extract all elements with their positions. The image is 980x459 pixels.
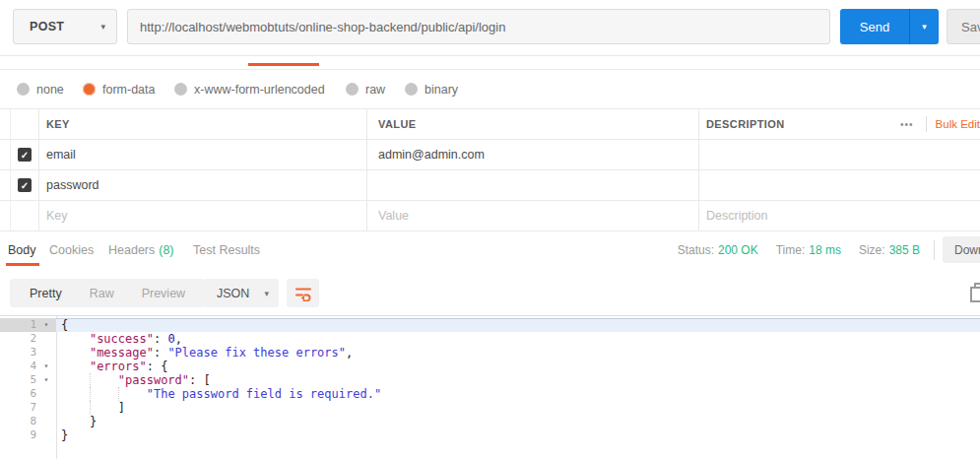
url-input[interactable] <box>127 9 830 44</box>
size-label: Size: <box>859 243 885 257</box>
code-line: 3 "message": "Please fix these errors", <box>0 346 980 360</box>
postman-window: POST ▾ Send ▾ Save none form-data x-www-… <box>0 0 980 459</box>
method-select[interactable]: POST ▾ <box>13 9 117 44</box>
table-row: ✓ email admin@admin.com <box>0 140 980 170</box>
fold-caret-icon[interactable]: ▾ <box>36 373 56 387</box>
code-line: 8 } <box>0 415 980 428</box>
response-view-toolbar: Pretty Raw Preview JSON ▾ <box>0 266 980 314</box>
key-cell[interactable]: password <box>39 170 367 200</box>
body-mode-form-data[interactable]: form-data <box>83 70 156 108</box>
download-button[interactable]: Download <box>943 236 980 263</box>
send-options-caret-icon[interactable]: ▾ <box>909 9 939 44</box>
body-mode-raw[interactable]: raw <box>346 70 385 108</box>
description-cell[interactable] <box>699 140 980 169</box>
radio-icon <box>17 83 30 96</box>
active-tab-underline <box>248 63 319 66</box>
key-cell[interactable]: email <box>39 140 367 169</box>
fold-caret-icon[interactable]: ▾ <box>36 318 56 332</box>
indent-guide <box>118 387 119 401</box>
select-column-header <box>11 109 39 139</box>
code-line: 9} <box>0 428 980 442</box>
response-tabs-bar: Body Cookies Headers (8) Test Results St… <box>0 233 980 267</box>
radio-icon <box>346 83 359 96</box>
line-number: 4 <box>0 360 36 373</box>
value-cell[interactable] <box>367 170 699 200</box>
code-line: 5▾ "password": [ <box>0 373 980 387</box>
headers-count-badge: (8) <box>159 243 173 257</box>
format-select[interactable]: JSON ▾ <box>204 279 279 307</box>
fold-caret-icon[interactable]: ▾ <box>36 360 56 373</box>
tab-headers[interactable]: Headers (8) <box>108 233 174 266</box>
line-number: 6 <box>0 387 36 401</box>
value-column-header: VALUE <box>367 109 699 139</box>
line-number: 7 <box>0 401 36 415</box>
line-number: 9 <box>0 428 36 442</box>
tab-body[interactable]: Body <box>8 233 36 266</box>
view-pretty[interactable]: Pretty <box>16 287 76 300</box>
radio-label: none <box>36 83 64 97</box>
view-raw[interactable]: Raw <box>76 287 128 300</box>
wrap-text-icon <box>294 286 312 301</box>
view-mode-group: Pretty Raw Preview <box>10 279 205 307</box>
key-column-header: KEY <box>39 109 367 139</box>
line-number: 3 <box>0 346 36 360</box>
fold-gutter <box>36 346 56 360</box>
code-text: "errors": { <box>56 360 980 373</box>
description-cell[interactable] <box>699 170 980 200</box>
table-header-row: KEY VALUE DESCRIPTION ••• Bulk Edit <box>0 109 980 140</box>
fold-gutter <box>36 428 56 442</box>
code-text: ] <box>56 401 980 415</box>
time-value: 18 ms <box>809 243 841 257</box>
radio-icon <box>405 83 418 96</box>
code-line: 6 "The password field is required." <box>0 387 980 401</box>
view-preview[interactable]: Preview <box>128 287 199 300</box>
description-column-header: DESCRIPTION ••• Bulk Edit <box>699 109 980 139</box>
more-options-icon[interactable]: ••• <box>900 119 914 130</box>
indent-guide <box>90 387 91 401</box>
size-value: 385 B <box>889 243 920 257</box>
tab-test-results[interactable]: Test Results <box>193 233 260 266</box>
tab-cookies[interactable]: Cookies <box>49 233 94 266</box>
send-button[interactable]: Send <box>840 9 909 44</box>
code-line: 7 ] <box>0 401 980 415</box>
bulk-edit-link[interactable]: Bulk Edit <box>936 118 980 130</box>
row-checkbox-checked[interactable]: ✓ <box>18 148 32 162</box>
body-mode-selector: none form-data x-www-form-urlencoded raw… <box>0 70 980 108</box>
divider <box>926 116 927 132</box>
description-cell-placeholder[interactable]: Description <box>699 201 980 230</box>
drag-handle-column <box>0 109 11 139</box>
chevron-down-icon: ▾ <box>100 22 105 32</box>
table-new-row: Key Value Description <box>0 201 980 231</box>
radio-label: raw <box>365 83 385 97</box>
radio-label: binary <box>425 83 458 97</box>
header-tools: ••• Bulk Edit <box>900 109 980 139</box>
body-mode-binary[interactable]: binary <box>405 70 458 108</box>
status-label: Status: <box>678 243 714 257</box>
save-button[interactable]: Save <box>947 9 980 44</box>
code-text: } <box>56 415 980 428</box>
value-cell-placeholder[interactable]: Value <box>367 201 699 230</box>
time-label: Time: <box>776 243 806 257</box>
code-text: "success": 0, <box>56 332 980 346</box>
body-mode-none[interactable]: none <box>17 70 64 108</box>
row-checkbox-checked[interactable]: ✓ <box>18 178 32 192</box>
line-number: 1 <box>0 318 36 332</box>
code-text: "The password field is required." <box>56 387 980 401</box>
radio-label: form-data <box>102 83 156 97</box>
radio-icon <box>174 83 187 96</box>
wrap-text-button[interactable] <box>287 279 319 307</box>
fold-gutter <box>36 332 56 346</box>
request-bar: POST ▾ Send ▾ Save <box>0 0 980 56</box>
fold-gutter <box>36 387 56 401</box>
code-line: 2 "success": 0, <box>0 332 980 346</box>
key-cell-placeholder[interactable]: Key <box>39 201 367 230</box>
response-meta: Status: 200 OK Time: 18 ms Size: 385 B <box>678 233 920 266</box>
line-number: 2 <box>0 332 36 346</box>
value-cell[interactable]: admin@admin.com <box>367 140 699 169</box>
copy-icon[interactable] <box>970 283 980 299</box>
body-mode-urlencoded[interactable]: x-www-form-urlencoded <box>174 70 325 108</box>
response-body-editor: 1▾{2 "success": 0,3 "message": "Please f… <box>0 315 980 459</box>
code-line: 4▾ "errors": { <box>0 360 980 373</box>
status-value: 200 OK <box>718 243 758 257</box>
indent-guide <box>90 373 91 387</box>
